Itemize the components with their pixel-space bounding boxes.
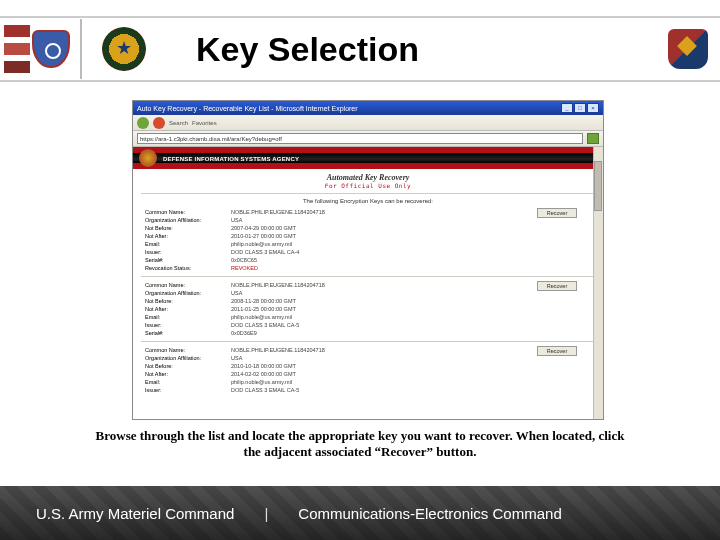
scrollbar-thumb[interactable] bbox=[594, 161, 602, 211]
disa-text: DEFENSE INFORMATION SYSTEMS AGENCY bbox=[163, 154, 299, 162]
label-org: Organization Affiliation: bbox=[145, 289, 231, 297]
label-na: Not After: bbox=[145, 232, 231, 240]
label-rev: Revocation Status: bbox=[145, 264, 231, 272]
hr bbox=[141, 193, 595, 194]
amc-shield-icon bbox=[32, 30, 70, 68]
footer-right: Communications-Electronics Command bbox=[298, 505, 561, 522]
address-bar-row: https://ara-1.c3pki.chamb.disa.mil/ara/K… bbox=[133, 131, 603, 147]
label-na: Not After: bbox=[145, 370, 231, 378]
value-cn: NOBLE.PHILIP.EUGENE.1184204718 bbox=[231, 346, 325, 354]
go-icon[interactable] bbox=[587, 133, 599, 144]
back-icon[interactable] bbox=[137, 117, 149, 129]
label-serial: Serial#: bbox=[145, 256, 231, 264]
divider-top bbox=[0, 16, 720, 18]
akr-title: Automated Key Recovery bbox=[133, 173, 603, 182]
value-cn: NOBLE.PHILIP.EUGENE.1184204718 bbox=[231, 208, 325, 216]
window-titlebar: Auto Key Recovery - Recoverable Key List… bbox=[133, 101, 603, 115]
value-issuer: DOD CLASS 3 EMAIL CA-5 bbox=[231, 321, 299, 329]
disa-seal-icon bbox=[139, 149, 157, 167]
vertical-divider bbox=[80, 19, 82, 79]
value-nb: 2008-11-28 00:00:00 GMT bbox=[231, 297, 296, 305]
label-na: Not After: bbox=[145, 305, 231, 313]
color-bars-icon bbox=[4, 25, 30, 73]
recover-button[interactable]: Recover bbox=[537, 346, 577, 356]
key-block: Recover Common Name:NOBLE.PHILIP.EUGENE.… bbox=[145, 208, 591, 272]
footer-bar: U.S. Army Materiel Command | Communicati… bbox=[0, 486, 720, 540]
footer-sep: | bbox=[264, 505, 268, 522]
label-email: Email: bbox=[145, 313, 231, 321]
label-cn: Common Name: bbox=[145, 208, 231, 216]
value-nb: 2010-10-18 00:00:00 GMT bbox=[231, 362, 296, 370]
label-email: Email: bbox=[145, 240, 231, 248]
window-controls: _ □ × bbox=[561, 103, 599, 113]
recover-button[interactable]: Recover bbox=[537, 208, 577, 218]
label-issuer: Issuer: bbox=[145, 386, 231, 394]
recoverable-note: The following Encryption Keys can be rec… bbox=[133, 198, 603, 204]
window-title: Auto Key Recovery - Recoverable Key List… bbox=[137, 105, 358, 112]
slide-header: Key Selection bbox=[0, 25, 720, 73]
disa-banner: DEFENSE INFORMATION SYSTEMS AGENCY bbox=[133, 147, 603, 169]
label-serial: Serial#: bbox=[145, 329, 231, 337]
value-na: 2011-01-25 00:00:00 GMT bbox=[231, 305, 296, 313]
value-org: USA bbox=[231, 216, 242, 224]
page-title: Key Selection bbox=[196, 30, 668, 69]
label-email: Email: bbox=[145, 378, 231, 386]
minimize-icon[interactable]: _ bbox=[561, 103, 573, 113]
value-org: USA bbox=[231, 289, 242, 297]
value-serial: 0x0C8C65 bbox=[231, 256, 257, 264]
label-nb: Not Before: bbox=[145, 362, 231, 370]
value-email: philip.noble@us.army.mil bbox=[231, 313, 292, 321]
label-issuer: Issuer: bbox=[145, 248, 231, 256]
label-issuer: Issuer: bbox=[145, 321, 231, 329]
footer-left: U.S. Army Materiel Command bbox=[36, 505, 234, 522]
forward-icon[interactable] bbox=[153, 117, 165, 129]
akr-heading: Automated Key Recovery For Official Use … bbox=[133, 173, 603, 189]
hr bbox=[141, 276, 595, 277]
hr bbox=[141, 341, 595, 342]
value-org: USA bbox=[231, 354, 242, 362]
browser-content: DEFENSE INFORMATION SYSTEMS AGENCY Autom… bbox=[133, 147, 603, 419]
value-issuer: DOD CLASS 3 EMAIL CA-4 bbox=[231, 248, 299, 256]
value-na: 2014-02-02 00:00:00 GMT bbox=[231, 370, 296, 378]
value-cn: NOBLE.PHILIP.EUGENE.1184204718 bbox=[231, 281, 325, 289]
browser-toolbar: Search Favorites bbox=[133, 115, 603, 131]
maximize-icon[interactable]: □ bbox=[574, 103, 586, 113]
label-org: Organization Affiliation: bbox=[145, 354, 231, 362]
key-block: Recover Common Name:NOBLE.PHILIP.EUGENE.… bbox=[145, 346, 591, 394]
label-cn: Common Name: bbox=[145, 346, 231, 354]
recover-button[interactable]: Recover bbox=[537, 281, 577, 291]
value-email: philip.noble@us.army.mil bbox=[231, 240, 292, 248]
toolbar-favorites[interactable]: Favorites bbox=[192, 120, 217, 126]
value-issuer: DOD CLASS 3 EMAIL CA-5 bbox=[231, 386, 299, 394]
browser-screenshot: Auto Key Recovery - Recoverable Key List… bbox=[132, 100, 604, 420]
key-block: Recover Common Name:NOBLE.PHILIP.EUGENE.… bbox=[145, 281, 591, 337]
value-email: philip.noble@us.army.mil bbox=[231, 378, 292, 386]
address-input[interactable]: https://ara-1.c3pki.chamb.disa.mil/ara/K… bbox=[137, 133, 583, 144]
toolbar-search[interactable]: Search bbox=[169, 120, 188, 126]
close-icon[interactable]: × bbox=[587, 103, 599, 113]
caption-text: Browse through the list and locate the a… bbox=[90, 428, 630, 461]
akr-fouo: For Official Use Only bbox=[133, 182, 603, 189]
unit-crest-icon bbox=[668, 29, 708, 69]
label-nb: Not Before: bbox=[145, 224, 231, 232]
label-cn: Common Name: bbox=[145, 281, 231, 289]
divider-bottom bbox=[0, 80, 720, 82]
value-rev: REVOKED bbox=[231, 264, 258, 272]
value-na: 2010-01-27 00:00:00 GMT bbox=[231, 232, 296, 240]
label-nb: Not Before: bbox=[145, 297, 231, 305]
command-star-icon bbox=[102, 27, 146, 71]
label-org: Organization Affiliation: bbox=[145, 216, 231, 224]
scrollbar[interactable] bbox=[593, 147, 603, 419]
value-nb: 2007-04-29 00:00:00 GMT bbox=[231, 224, 296, 232]
value-serial: 0x0D36E9 bbox=[231, 329, 257, 337]
